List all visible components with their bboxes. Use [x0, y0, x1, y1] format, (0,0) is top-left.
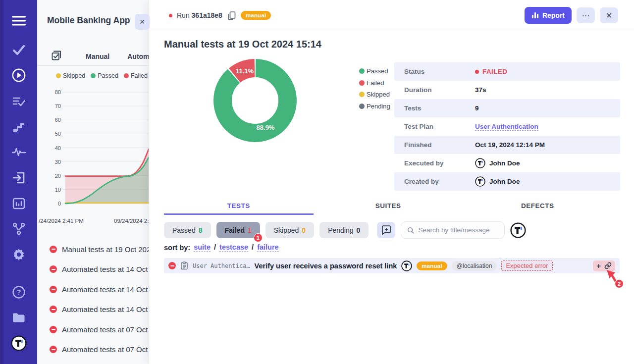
test-result-row[interactable]: User Authentica… Verify user receives a …	[164, 258, 620, 273]
analytics-icon[interactable]	[0, 195, 37, 212]
sidebar: ?	[0, 0, 37, 364]
project-title: Mobile Banking App	[47, 15, 130, 26]
test-runs-icon[interactable]	[0, 93, 37, 110]
run-list-item[interactable]: Automated tests at 14 Oct 2	[37, 260, 149, 280]
results-donut-chart: 11.1% 88.9%	[211, 57, 299, 144]
result-tabs: TESTSSUITESDEFECTS	[164, 200, 612, 215]
run-title: Manual tests at 19 Oct 2024 15:14	[164, 39, 321, 50]
close-run-button[interactable]: ✕	[600, 7, 618, 23]
projects-folder-icon[interactable]	[0, 310, 37, 326]
tab-suites[interactable]: SUITES	[314, 200, 463, 215]
report-button[interactable]: Report	[525, 7, 572, 24]
donut-legend: PassedFailedSkippedPending	[359, 67, 390, 114]
svg-text:50: 50	[55, 131, 61, 137]
donut-legend-pending: Pending	[359, 103, 390, 110]
steps-icon[interactable]	[0, 118, 37, 135]
tab-manual[interactable]: Manual	[86, 52, 109, 60]
tab-tests[interactable]: TESTS	[164, 200, 314, 215]
run-type-badge: manual	[241, 11, 271, 20]
donut-legend-failed: Failed	[359, 79, 390, 87]
run-type-tabs: Manual Automated	[37, 48, 149, 66]
branch-icon[interactable]	[0, 220, 37, 237]
legend-failed: Failed	[124, 72, 148, 79]
menu-icon[interactable]	[0, 12, 37, 29]
run-header: Run 361a18e8 manual Report ⋯ ✕	[149, 0, 634, 31]
run-list-item[interactable]: Manual tests at 19 Oct 2024	[37, 239, 149, 260]
svg-text:70: 70	[55, 103, 61, 109]
sort-by-failure[interactable]: failure	[257, 243, 279, 252]
detail-row-duration: Duration37s	[394, 81, 620, 99]
run-list-item[interactable]: Automated tests at 07 Oct 2	[37, 319, 149, 340]
trend-x-tick: 09/24/2024 2:54 PM	[114, 218, 149, 224]
pulse-icon[interactable]	[0, 144, 37, 160]
detail-row-finished: FinishedOct 19, 2024 12:14 PM	[394, 136, 620, 154]
sign-in-icon[interactable]	[0, 169, 37, 186]
detail-row-tests: Tests9	[394, 99, 620, 117]
run-detail-panel: ✕ Run 361a18e8 manual Report ⋯ ✕ Manual …	[149, 0, 634, 364]
project-panel: Mobile Banking App Manual Automated Skip…	[37, 0, 149, 364]
test-plan-link[interactable]: User Authentication	[475, 123, 538, 131]
tab-automated[interactable]: Automated	[127, 52, 149, 60]
filter-buttons: Passed8Failed11Skipped0Pending0	[164, 222, 369, 238]
run-list-item[interactable]: Automated tests at 14 Oct 2	[37, 300, 149, 320]
run-list-item[interactable]: Automated tests at 07 Oct 2	[37, 340, 149, 360]
search-icon	[407, 226, 414, 234]
run-failed-icon	[50, 265, 57, 273]
annotation-step-badge: 1	[254, 233, 263, 242]
add-comment-button[interactable]	[377, 222, 395, 238]
run-details-table: StatusFAILEDDuration37sTests9Test PlanUs…	[394, 62, 620, 191]
trend-chart-legend: SkippedPassedFailed	[56, 72, 148, 79]
svg-text:40: 40	[55, 145, 61, 151]
svg-text:30: 30	[55, 159, 61, 165]
detail-row-created-by: Created byJohn Doe	[394, 172, 620, 191]
sort-by-label: sort by:	[164, 244, 190, 252]
svg-text:10: 10	[55, 187, 61, 193]
legend-skipped: Skipped	[56, 72, 85, 79]
testomat-logo[interactable]	[0, 335, 37, 352]
tab-defects[interactable]: DEFECTS	[463, 200, 612, 215]
run-list-item[interactable]: Automated tests at 14 Oct 2	[37, 279, 149, 300]
run-id-label: Run 361a18e8	[177, 11, 222, 19]
donut-passed-label: 88.9%	[257, 124, 275, 131]
filter-passed-button[interactable]: Passed8	[164, 222, 211, 238]
run-failed-icon	[50, 286, 57, 293]
copy-run-id-button[interactable]	[227, 11, 236, 20]
select-all-icon[interactable]	[51, 50, 62, 63]
sort-by-suite[interactable]: suite	[194, 243, 211, 252]
runs-list: Manual tests at 19 Oct 2024Automated tes…	[37, 239, 149, 360]
filter-skipped-button[interactable]: Skipped0	[265, 222, 314, 238]
trend-x-tick: /24/2024 2:41 PM	[39, 218, 84, 224]
test-title[interactable]: Verify user receives a password reset li…	[255, 262, 397, 270]
detail-row-executed-by: Executed byJohn Doe	[394, 154, 620, 172]
filter-pending-button[interactable]: Pending0	[319, 222, 369, 238]
svg-text:60: 60	[55, 117, 61, 123]
add-icon[interactable]: +	[596, 262, 601, 269]
test-suite-name[interactable]: User Authentica…	[193, 262, 250, 269]
app-window: ? Mobile Banking App Manual Automated Sk…	[0, 0, 634, 364]
annotation-step-badge: 2	[615, 279, 624, 288]
filter-failed-button[interactable]: Failed11	[216, 222, 260, 238]
play-circle-icon[interactable]	[0, 67, 37, 84]
run-failed-icon	[50, 306, 57, 313]
run-failed-icon	[50, 246, 57, 253]
more-actions-button[interactable]: ⋯	[577, 7, 595, 23]
legend-passed: Passed	[91, 72, 118, 79]
test-error-badge[interactable]: Expected error	[501, 260, 552, 271]
settings-gear-icon[interactable]	[0, 246, 37, 263]
test-type-badge: manual	[417, 261, 447, 270]
sort-by-testcase[interactable]: testcase	[219, 243, 248, 252]
search-box	[401, 221, 505, 239]
run-failed-icon	[50, 346, 57, 353]
detail-row-test-plan: Test PlanUser Authentication	[394, 117, 620, 136]
tests-check-icon[interactable]	[0, 42, 37, 58]
help-icon[interactable]: ?	[0, 284, 37, 301]
search-input[interactable]	[418, 226, 498, 234]
donut-failed-label: 11.1%	[236, 67, 254, 75]
filter-row: Passed8Failed11Skipped0Pending0	[164, 221, 526, 239]
test-tag[interactable]: @localisation	[452, 261, 497, 271]
testomat-logo-mark	[11, 335, 27, 351]
svg-text:?: ?	[16, 288, 21, 296]
user-avatar[interactable]	[510, 222, 526, 238]
svg-text:0: 0	[58, 201, 61, 207]
drawer-close-button[interactable]: ✕	[135, 14, 150, 30]
